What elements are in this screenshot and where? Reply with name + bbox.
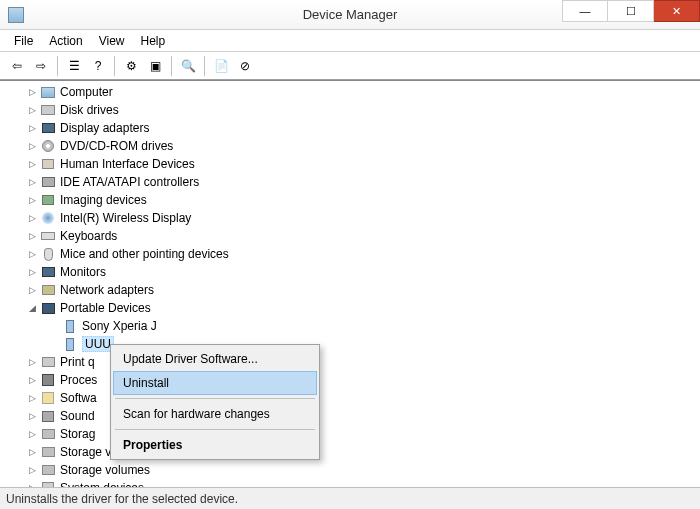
- expand-icon[interactable]: ▷: [26, 86, 38, 98]
- back-button[interactable]: ⇦: [6, 55, 28, 77]
- minimize-button[interactable]: —: [562, 0, 608, 22]
- scan-icon: 🔍: [181, 59, 196, 73]
- tree-device-label: Sony Xperia J: [82, 319, 157, 333]
- tree-category[interactable]: ▷Human Interface Devices: [0, 155, 700, 173]
- app-icon: [8, 7, 24, 23]
- device-category-icon: [40, 228, 56, 244]
- show-hidden-button[interactable]: ☰: [63, 55, 85, 77]
- expand-icon[interactable]: ▷: [26, 230, 38, 242]
- status-text: Uninstalls the driver for the selected d…: [6, 492, 238, 506]
- tree-category-label: Proces: [60, 373, 97, 387]
- properties-button[interactable]: 📄: [210, 55, 232, 77]
- tree-category[interactable]: ▷Intel(R) Wireless Display: [0, 209, 700, 227]
- tree-category[interactable]: ▷Disk drives: [0, 101, 700, 119]
- statusbar: Uninstalls the driver for the selected d…: [0, 487, 700, 509]
- device-category-icon: [40, 426, 56, 442]
- maximize-button[interactable]: ☐: [608, 0, 654, 22]
- device-category-icon: [40, 282, 56, 298]
- expand-spacer: [48, 320, 60, 332]
- tree-category[interactable]: ▷Imaging devices: [0, 191, 700, 209]
- expand-icon[interactable]: ▷: [26, 410, 38, 422]
- expand-icon[interactable]: ▷: [26, 248, 38, 260]
- device-category-icon: [40, 462, 56, 478]
- expand-icon[interactable]: ▷: [26, 194, 38, 206]
- expand-icon[interactable]: ▷: [26, 464, 38, 476]
- device-category-icon: [40, 480, 56, 487]
- toolbar-divider: [171, 56, 172, 76]
- tree-category[interactable]: ◢Portable Devices: [0, 299, 700, 317]
- tree-category[interactable]: ▷Storage volume shadow copies: [0, 443, 700, 461]
- expand-icon[interactable]: ▷: [26, 104, 38, 116]
- tree-category-label: Display adapters: [60, 121, 149, 135]
- tree-category[interactable]: ▷Proces: [0, 371, 700, 389]
- ctx-uninstall[interactable]: Uninstall: [113, 371, 317, 395]
- collapse-icon[interactable]: ◢: [26, 302, 38, 314]
- tree-category[interactable]: ▷Print q: [0, 353, 700, 371]
- tree-category[interactable]: ▷Computer: [0, 83, 700, 101]
- disable-icon: ⊘: [240, 59, 250, 73]
- tree-category[interactable]: ▷DVD/CD-ROM drives: [0, 137, 700, 155]
- tree-category-label: Disk drives: [60, 103, 119, 117]
- tree-category-label: Keyboards: [60, 229, 117, 243]
- toolbar-divider: [57, 56, 58, 76]
- tree-category[interactable]: ▷Keyboards: [0, 227, 700, 245]
- menu-view[interactable]: View: [91, 31, 133, 51]
- device-tree: ▷Computer▷Disk drives▷Display adapters▷D…: [0, 81, 700, 487]
- menu-file[interactable]: File: [6, 31, 41, 51]
- tree-category-label: Storage volumes: [60, 463, 150, 477]
- expand-icon[interactable]: ▷: [26, 212, 38, 224]
- uninstall-button[interactable]: ▣: [144, 55, 166, 77]
- tree-category[interactable]: ▷IDE ATA/ATAPI controllers: [0, 173, 700, 191]
- update-driver-button[interactable]: ⚙: [120, 55, 142, 77]
- tree-device[interactable]: UUU: [0, 335, 700, 353]
- back-arrow-icon: ⇦: [12, 59, 22, 73]
- tree-category[interactable]: ▷Mice and other pointing devices: [0, 245, 700, 263]
- expand-icon[interactable]: ▷: [26, 140, 38, 152]
- ctx-update-driver[interactable]: Update Driver Software...: [113, 347, 317, 371]
- expand-icon[interactable]: ▷: [26, 356, 38, 368]
- ctx-divider: [115, 429, 315, 430]
- scan-hardware-button[interactable]: 🔍: [177, 55, 199, 77]
- tree-category[interactable]: ▷Storage volumes: [0, 461, 700, 479]
- tree-category[interactable]: ▷Display adapters: [0, 119, 700, 137]
- device-tree-area[interactable]: ▷Computer▷Disk drives▷Display adapters▷D…: [0, 80, 700, 487]
- tree-category[interactable]: ▷Storag: [0, 425, 700, 443]
- expand-icon[interactable]: ▷: [26, 158, 38, 170]
- tree-category[interactable]: ▷Monitors: [0, 263, 700, 281]
- ctx-scan-hardware[interactable]: Scan for hardware changes: [113, 402, 317, 426]
- tree-category-label: Imaging devices: [60, 193, 147, 207]
- expand-icon[interactable]: ▷: [26, 374, 38, 386]
- expand-icon[interactable]: ▷: [26, 446, 38, 458]
- toolbar-divider: [204, 56, 205, 76]
- expand-icon[interactable]: ▷: [26, 392, 38, 404]
- expand-icon[interactable]: ▷: [26, 266, 38, 278]
- tree-device[interactable]: Sony Xperia J: [0, 317, 700, 335]
- expand-icon[interactable]: ▷: [26, 176, 38, 188]
- tree-category-label: DVD/CD-ROM drives: [60, 139, 173, 153]
- expand-icon[interactable]: ▷: [26, 428, 38, 440]
- expand-icon[interactable]: ▷: [26, 122, 38, 134]
- tree-category[interactable]: ▷Network adapters: [0, 281, 700, 299]
- tree-category-label: Sound: [60, 409, 95, 423]
- tree-category[interactable]: ▷Sound: [0, 407, 700, 425]
- toolbar-divider: [114, 56, 115, 76]
- forward-button[interactable]: ⇨: [30, 55, 52, 77]
- tree-category[interactable]: ▷System devices: [0, 479, 700, 487]
- help-icon: ?: [95, 59, 102, 73]
- expand-icon[interactable]: ▷: [26, 284, 38, 296]
- tree-category[interactable]: ▷Softwa: [0, 389, 700, 407]
- menubar: File Action View Help: [0, 30, 700, 52]
- tree-category-label: Softwa: [60, 391, 97, 405]
- menu-help[interactable]: Help: [133, 31, 174, 51]
- properties-icon: 📄: [214, 59, 229, 73]
- ctx-properties[interactable]: Properties: [113, 433, 317, 457]
- close-button[interactable]: ✕: [654, 0, 700, 22]
- window-title: Device Manager: [303, 7, 398, 22]
- disable-button[interactable]: ⊘: [234, 55, 256, 77]
- device-category-icon: [40, 84, 56, 100]
- help-button[interactable]: ?: [87, 55, 109, 77]
- device-category-icon: [40, 138, 56, 154]
- menu-action[interactable]: Action: [41, 31, 90, 51]
- expand-spacer: [48, 338, 60, 350]
- ctx-divider: [115, 398, 315, 399]
